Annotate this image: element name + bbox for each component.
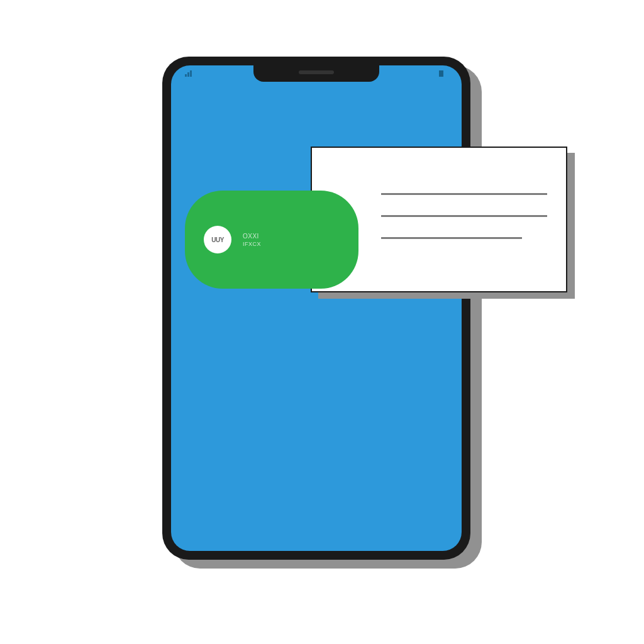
- pill-text-group: OXXI IFXCX: [243, 233, 261, 247]
- text-line-placeholder: [381, 193, 547, 195]
- pill-avatar-label: UUY: [211, 236, 224, 243]
- text-line-placeholder: [381, 237, 522, 239]
- phone-frame: [162, 57, 470, 560]
- text-line-placeholder: [381, 215, 547, 217]
- pill-title: OXXI: [243, 233, 261, 240]
- status-bar-right: [439, 70, 448, 77]
- action-pill-button[interactable]: UUY OXXI IFXCX: [185, 191, 358, 289]
- pill-avatar-icon: UUY: [204, 226, 231, 253]
- status-bar-left: [185, 70, 192, 77]
- pill-subtitle: IFXCX: [243, 241, 261, 247]
- speaker-icon: [299, 70, 334, 74]
- signal-icon: [185, 70, 192, 77]
- phone-notch: [253, 65, 379, 82]
- battery-icon: [439, 70, 448, 77]
- phone-screen: [171, 65, 462, 551]
